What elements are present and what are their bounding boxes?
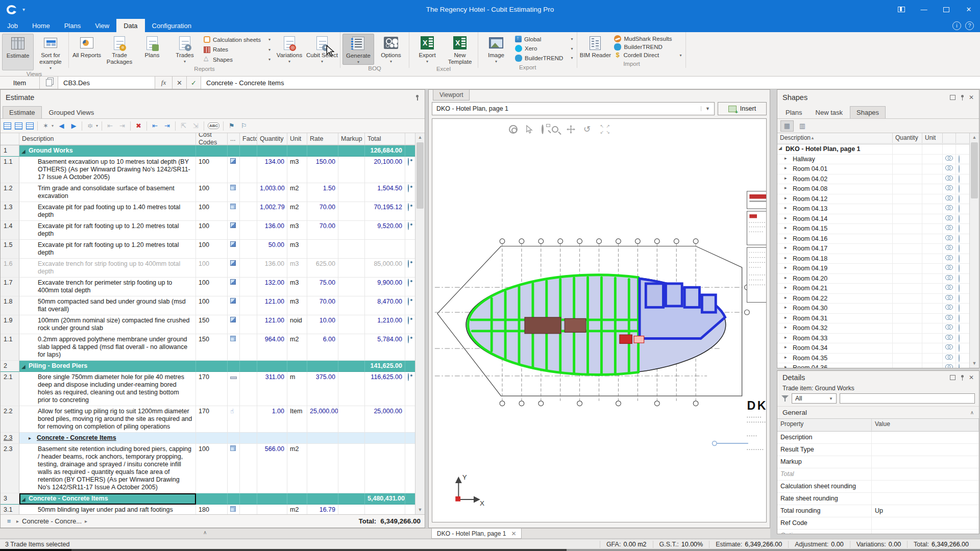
row-markup[interactable] bbox=[338, 145, 365, 157]
column-header-Factor[interactable]: Factor bbox=[240, 133, 257, 145]
column-header-blank[interactable] bbox=[956, 133, 969, 143]
row-quantity[interactable]: 1,003.00 bbox=[257, 183, 287, 202]
detail-value[interactable] bbox=[872, 517, 979, 530]
row-description[interactable]: Excavate pit for pad footing up to 1.40 … bbox=[19, 202, 196, 221]
detail-value[interactable] bbox=[872, 481, 979, 493]
shape-row[interactable]: ▸Room 04.36 bbox=[777, 363, 969, 368]
move-up-icon[interactable]: ⇱ bbox=[179, 122, 188, 130]
row-quantity[interactable]: 566.00 bbox=[257, 444, 287, 493]
circle-icon[interactable] bbox=[959, 364, 960, 368]
shape-label[interactable]: ▸Room 04.33 bbox=[777, 334, 893, 344]
shape-row[interactable]: ▸Room 04.17 bbox=[777, 244, 969, 254]
ribbon-button-export[interactable]: Export▾ bbox=[411, 34, 443, 65]
shape-label[interactable]: ▸Room 04.13 bbox=[777, 204, 893, 214]
dropdown-caret-icon[interactable]: ▾ bbox=[263, 37, 271, 42]
row-quantity[interactable] bbox=[257, 493, 287, 505]
plan-select[interactable]: DKO - Hotel Plan, page 1 ▼ bbox=[432, 102, 715, 115]
row-factor[interactable] bbox=[240, 444, 257, 493]
row-cost-code[interactable]: 180 bbox=[196, 505, 228, 514]
row-visibility[interactable] bbox=[405, 406, 415, 433]
pan-tool-icon[interactable] bbox=[567, 125, 575, 134]
confirm-entry-button[interactable]: ✓ bbox=[187, 77, 201, 89]
row-description[interactable]: Excavate pit for raft footing up to 1.20… bbox=[19, 221, 196, 240]
ribbon-item-global[interactable]: Global▾ bbox=[514, 36, 574, 42]
circle-icon[interactable] bbox=[959, 205, 960, 213]
row-rate[interactable]: 70.00 bbox=[307, 221, 338, 240]
shape-visibility-cell[interactable] bbox=[956, 194, 969, 205]
expander-icon[interactable]: ▸ bbox=[29, 434, 31, 442]
row-description[interactable]: Trim grade and consolidate surface of ba… bbox=[19, 183, 196, 202]
row-unit[interactable]: m3 bbox=[287, 157, 307, 183]
row-unit[interactable]: noid bbox=[287, 315, 307, 334]
circle-icon[interactable] bbox=[959, 314, 960, 322]
detail-value[interactable] bbox=[872, 456, 979, 468]
row-rate[interactable] bbox=[307, 361, 338, 372]
row-rate[interactable] bbox=[307, 145, 338, 157]
detail-row[interactable]: Rate sheet rounding bbox=[777, 493, 979, 505]
shape-label[interactable]: ▸Room 04.32 bbox=[777, 323, 893, 334]
circle-icon[interactable] bbox=[959, 165, 960, 173]
eye-icon[interactable] bbox=[408, 316, 409, 324]
shape-visibility-cell[interactable] bbox=[956, 214, 969, 224]
row-cost-code[interactable]: 170 bbox=[196, 372, 228, 406]
estimate-row[interactable]: 1.9100mm (20mm nominal size) compacted f… bbox=[1, 315, 415, 334]
row-description[interactable]: Basement excavation up to 10 metres tota… bbox=[19, 157, 196, 183]
row-quantity[interactable]: 136.00 bbox=[257, 259, 287, 278]
row-quantity[interactable]: 121.00 bbox=[257, 315, 287, 334]
expander-icon[interactable]: ▸ bbox=[785, 165, 787, 170]
detail-row[interactable]: Result Type bbox=[777, 444, 979, 456]
shape-row[interactable]: ▸Room 04.30 bbox=[777, 304, 969, 314]
viewport-tab[interactable]: Viewport bbox=[433, 89, 470, 101]
shape-row[interactable]: ▸Room 04.19 bbox=[777, 264, 969, 274]
hierarchy-caret-icon[interactable]: ▾ bbox=[96, 123, 98, 128]
ribbon-button-trade-packages[interactable]: ¤Trade Packages bbox=[104, 34, 135, 65]
row-description[interactable]: Bore single 750mm diameter hole for pile… bbox=[19, 372, 196, 406]
ribbon-button-variations[interactable]: ◎Variations▾ bbox=[274, 34, 305, 65]
dropdown-caret-icon[interactable]: ▾ bbox=[495, 59, 497, 64]
row-markup[interactable] bbox=[338, 505, 365, 514]
shape-label[interactable]: ▸Room 04.01 bbox=[777, 164, 893, 174]
row-description[interactable]: ◢Piling - Bored Piers bbox=[19, 361, 196, 372]
circle-icon[interactable] bbox=[959, 294, 960, 303]
expander-icon[interactable]: ▸ bbox=[785, 295, 787, 300]
circle-icon[interactable] bbox=[959, 195, 960, 203]
shape-link-cell[interactable] bbox=[943, 334, 956, 344]
ribbon-button-trades[interactable]: ✦Trades▾ bbox=[169, 34, 201, 65]
ribbon-button-plans[interactable]: Plans bbox=[136, 34, 168, 65]
shape-row[interactable]: ▸Room 04.14 bbox=[777, 214, 969, 224]
view-list-icon[interactable] bbox=[15, 122, 22, 130]
shape-label[interactable]: ▸Room 04.12 bbox=[777, 194, 893, 205]
ribbon-item-calculation-sheets[interactable]: Calculation sheets▾ bbox=[203, 36, 272, 43]
row-quantity[interactable]: 1,002.79 bbox=[257, 202, 287, 221]
eye-icon[interactable] bbox=[408, 297, 409, 306]
shape-row[interactable]: ▸Room 04.16 bbox=[777, 234, 969, 244]
row-quantity[interactable]: 121.00 bbox=[257, 296, 287, 315]
estimate-row[interactable]: 1.850mm compacted sand bed under ground … bbox=[1, 296, 415, 315]
shape-label[interactable]: ▸Room 04.30 bbox=[777, 304, 893, 314]
ribbon-button-bim-reader[interactable]: BIM Reader bbox=[579, 34, 611, 60]
row-rate[interactable] bbox=[307, 444, 338, 493]
detail-row[interactable]: Calculation sheet rounding bbox=[777, 481, 979, 493]
row-factor[interactable] bbox=[240, 221, 257, 240]
row-cost-code[interactable]: 100 bbox=[196, 296, 228, 315]
circle-icon[interactable] bbox=[959, 274, 960, 283]
row-quantity[interactable] bbox=[257, 145, 287, 157]
dropdown-caret-icon[interactable]: ▾ bbox=[390, 59, 392, 64]
row-description[interactable]: 100mm (20mm nominal size) compacted fine… bbox=[19, 315, 196, 334]
shape-label[interactable]: ▸Room 04.15 bbox=[777, 224, 893, 234]
breadcrumb-menu-icon[interactable]: ≡ bbox=[5, 517, 13, 525]
target-tool-icon[interactable] bbox=[509, 125, 518, 134]
ribbon-button-new-template[interactable]: New Template bbox=[444, 34, 476, 65]
scroll-up-icon[interactable]: ▲ bbox=[415, 133, 425, 142]
row-markup[interactable] bbox=[338, 278, 365, 296]
shape-link-cell[interactable] bbox=[943, 363, 956, 368]
row-description[interactable]: ▸Concrete - Concrete Items bbox=[19, 433, 196, 444]
row-markup[interactable] bbox=[338, 240, 365, 259]
column-header-blank[interactable] bbox=[405, 133, 415, 145]
row-description[interactable]: Basement site retention including bored … bbox=[19, 444, 196, 493]
plan-canvas[interactable]: ↺ ↖↗↙↘ bbox=[432, 118, 767, 522]
row-description[interactable]: 50mm blinding layer under pad and raft f… bbox=[19, 505, 196, 514]
breadcrumb-caret-icon[interactable]: ▸ bbox=[16, 518, 19, 524]
row-factor[interactable] bbox=[240, 145, 257, 157]
row-factor[interactable] bbox=[240, 406, 257, 433]
